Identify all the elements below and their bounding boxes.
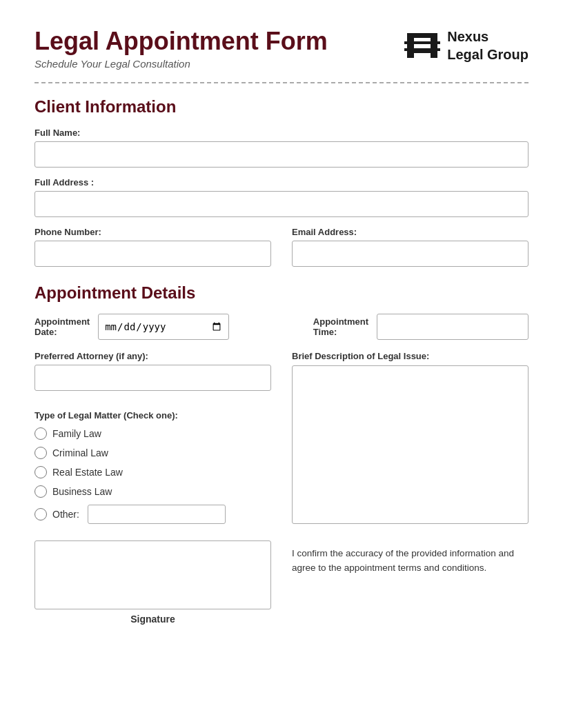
details-right-col: Brief Description of Legal Issue: [292,351,529,527]
legal-matter-options: Family Law Criminal Law Real Estate Law … [34,427,271,524]
attorney-input[interactable] [34,365,271,391]
email-input[interactable] [292,241,529,267]
full-name-label: Full Name: [34,128,529,138]
date-time-row: AppointmentDate: AppointmentTime: [34,314,529,340]
page-subtitle: Schedule Your Legal Consultation [34,58,328,70]
page-header: Legal Appointment Form Schedule Your Leg… [34,28,529,70]
other-text-input[interactable] [88,505,226,524]
phone-email-row: Phone Number: Email Address: [34,227,529,276]
appointment-time-input[interactable] [377,314,529,340]
attorney-group: Preferred Attorney (if any): [34,351,271,401]
client-info-section: Client Information Full Name: Full Addre… [34,97,529,276]
svg-rect-0 [407,33,414,58]
signature-section: Signature I confirm the accuracy of the … [34,540,529,625]
page-title: Legal Appointment Form [34,28,328,55]
appointment-date-input[interactable] [98,314,229,340]
svg-rect-1 [431,33,437,58]
section-divider [34,82,529,83]
full-address-input[interactable] [34,191,529,217]
other-label: Other: [52,509,79,520]
full-address-group: Full Address : [34,177,529,217]
legal-matter-title: Type of Legal Matter (Check one): [34,410,271,421]
time-group: AppointmentTime: [313,314,529,340]
email-group: Email Address: [292,227,529,267]
email-label: Email Address: [292,227,529,237]
signature-box[interactable] [34,540,271,609]
time-label: AppointmentTime: [313,316,368,337]
radio-business-law[interactable]: Business Law [34,485,271,498]
phone-label: Phone Number: [34,227,271,237]
legal-matter-group: Type of Legal Matter (Check one): Family… [34,410,271,524]
radio-family-law-input[interactable] [34,427,47,440]
date-label: AppointmentDate: [34,316,90,337]
full-name-input[interactable] [34,141,529,168]
logo-text: Nexus Legal Group [447,28,529,63]
radio-business-law-input[interactable] [34,485,47,498]
radio-criminal-law-input[interactable] [34,447,47,459]
phone-input[interactable] [34,241,271,267]
brief-desc-textarea[interactable] [292,365,529,524]
svg-rect-5 [404,48,440,51]
confirmation-text: I confirm the accuracy of the provided i… [292,540,529,576]
appointment-details-section: Appointment Details AppointmentDate: App… [34,283,529,527]
header-title-group: Legal Appointment Form Schedule Your Leg… [34,28,328,70]
date-group: AppointmentDate: [34,314,229,340]
full-name-group: Full Name: [34,128,529,168]
signature-box-container: Signature [34,540,271,625]
radio-criminal-law[interactable]: Criminal Law [34,447,271,459]
svg-rect-4 [404,41,440,44]
radio-other[interactable]: Other: [34,505,271,524]
client-info-title: Client Information [34,97,529,117]
details-columns: Preferred Attorney (if any): Type of Leg… [34,351,529,527]
signature-label: Signature [34,614,271,625]
full-address-label: Full Address : [34,177,529,188]
radio-other-input[interactable] [34,508,47,520]
brief-desc-label: Brief Description of Legal Issue: [292,351,529,361]
appointment-title: Appointment Details [34,283,529,303]
radio-real-estate-law-input[interactable] [34,466,47,478]
logo: Nexus Legal Group [404,28,529,63]
details-left-col: Preferred Attorney (if any): Type of Leg… [34,351,271,527]
phone-group: Phone Number: [34,227,271,267]
attorney-label: Preferred Attorney (if any): [34,351,271,361]
svg-rect-2 [414,33,431,38]
radio-real-estate-law[interactable]: Real Estate Law [34,466,271,478]
radio-family-law[interactable]: Family Law [34,427,271,440]
logo-icon [404,28,440,63]
